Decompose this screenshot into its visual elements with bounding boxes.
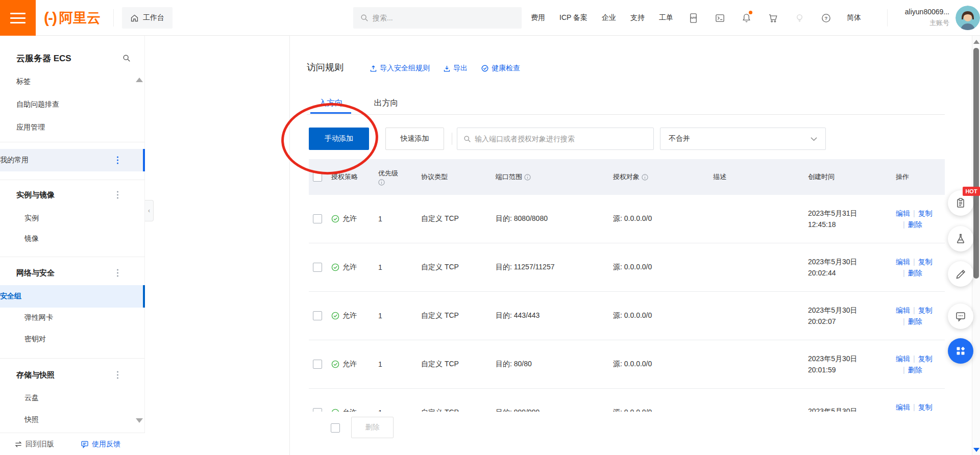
- scrollbar-thumb[interactable]: [973, 48, 979, 279]
- drag-handle-icon[interactable]: [117, 191, 118, 199]
- row-checkbox[interactable]: [313, 408, 322, 412]
- sidebar-item-label: 安全组: [0, 292, 21, 301]
- workbench-label: 工作台: [143, 13, 164, 22]
- edit-link[interactable]: 编辑: [896, 258, 910, 266]
- copy-link[interactable]: 复制: [918, 258, 933, 266]
- health-check-link[interactable]: 健康检查: [481, 64, 520, 73]
- delete-link[interactable]: 删除: [908, 269, 922, 277]
- drag-handle-icon[interactable]: [117, 157, 118, 164]
- account-info[interactable]: aliyun80069... 主账号: [868, 7, 949, 28]
- edit-link[interactable]: 编辑: [896, 403, 910, 411]
- cell-protocol: 自定义 TCP: [421, 408, 459, 412]
- edit-link[interactable]: 编辑: [896, 355, 910, 363]
- sidebar-item-13[interactable]: 快照: [0, 409, 145, 431]
- app-icon[interactable]: APP: [688, 12, 700, 24]
- sidebar-scroll-down-icon[interactable]: [136, 418, 143, 423]
- language-switch[interactable]: 简体: [847, 13, 861, 22]
- row-checkbox[interactable]: [313, 214, 322, 223]
- sidebar-item-9[interactable]: 弹性网卡: [0, 307, 145, 329]
- table-row: 允许 1 自定义 TCP 目的: 80/80 源: 0.0.0.0/0 2023…: [309, 340, 945, 389]
- sidebar-item-label: 镜像: [24, 234, 39, 243]
- copy-link[interactable]: 复制: [918, 209, 933, 217]
- delete-link[interactable]: 删除: [908, 317, 922, 325]
- merge-filter-select[interactable]: 不合并: [660, 128, 826, 150]
- sidebar-item-6[interactable]: 镜像: [0, 228, 145, 250]
- select-all-checkbox[interactable]: [313, 172, 322, 182]
- sidebar-item-5[interactable]: 实例: [0, 207, 145, 230]
- sidebar-item-1[interactable]: 自助问题排查: [0, 93, 145, 116]
- info-icon[interactable]: [378, 179, 385, 186]
- scroll-down-icon[interactable]: [973, 448, 979, 452]
- copy-link[interactable]: 复制: [918, 403, 933, 411]
- help-icon[interactable]: ?: [820, 12, 832, 24]
- cell-protocol: 自定义 TCP: [421, 360, 459, 369]
- drag-handle-icon[interactable]: [117, 371, 118, 379]
- sidebar-item-0[interactable]: 标签: [0, 70, 145, 93]
- drag-handle-icon[interactable]: [117, 269, 118, 277]
- sidebar-item-label: 自助问题排查: [16, 100, 59, 109]
- sidebar-collapse-handle[interactable]: ‹: [145, 200, 154, 221]
- sidebar-item-7[interactable]: 网络与安全: [0, 262, 145, 284]
- quick-add-button[interactable]: 快速添加: [385, 128, 444, 150]
- bell-icon[interactable]: [741, 12, 753, 24]
- bulb-icon[interactable]: [794, 12, 806, 24]
- table-header-row: 授权策略 优先级 协议类型 端口范围 授权对象 描述 创建时间 操作: [309, 159, 945, 195]
- back-to-old-version-link[interactable]: 回到旧版: [14, 440, 54, 449]
- sidebar-item-10[interactable]: 密钥对: [0, 328, 145, 350]
- avatar[interactable]: [955, 6, 980, 30]
- rule-search-input[interactable]: [475, 135, 643, 143]
- sidebar-item-2[interactable]: 应用管理: [0, 116, 145, 139]
- lab-float-button[interactable]: [948, 226, 973, 251]
- chat-float-button[interactable]: [948, 304, 973, 329]
- cell-policy: 允许: [342, 214, 357, 223]
- scroll-up-icon[interactable]: [973, 40, 979, 44]
- sidebar-item-11[interactable]: 存储与快照: [0, 364, 145, 386]
- topbar-nav-4[interactable]: 工单: [659, 13, 673, 22]
- page-scrollbar: [972, 36, 980, 455]
- cell-source: 源: 0.0.0.0/0: [613, 311, 652, 320]
- delete-link[interactable]: 删除: [908, 366, 922, 374]
- sidebar-item-12[interactable]: 云盘: [0, 387, 145, 409]
- sidebar-item-3[interactable]: 我的常用: [0, 149, 145, 171]
- sidebar-scroll-up-icon[interactable]: [136, 78, 143, 82]
- topbar-nav-1[interactable]: ICP 备案: [559, 13, 587, 22]
- delete-link[interactable]: 删除: [908, 220, 922, 229]
- shield-check-icon: [481, 64, 489, 72]
- row-checkbox[interactable]: [313, 360, 322, 369]
- bottom-select-checkbox[interactable]: [331, 423, 340, 433]
- feedback-link[interactable]: 使用反馈: [81, 440, 120, 449]
- info-icon[interactable]: [524, 174, 531, 181]
- workbench-button[interactable]: 工作台: [122, 7, 173, 29]
- edit-float-button[interactable]: [948, 261, 973, 287]
- col-port: 端口范围: [496, 172, 522, 182]
- manual-add-button[interactable]: 手动添加: [309, 128, 369, 150]
- sidebar-search-icon[interactable]: [122, 54, 131, 62]
- sidebar-footer: 回到旧版 使用反馈: [0, 433, 145, 455]
- global-search-input[interactable]: [373, 14, 500, 22]
- hamburger-menu-button[interactable]: [0, 0, 36, 36]
- copy-link[interactable]: 复制: [918, 355, 933, 363]
- import-rules-link[interactable]: 导入安全组规则: [370, 64, 430, 73]
- tab-outbound[interactable]: 出方向: [365, 93, 406, 113]
- edit-link[interactable]: 编辑: [896, 306, 910, 314]
- cell-protocol: 自定义 TCP: [421, 311, 459, 320]
- info-icon[interactable]: [642, 174, 648, 181]
- row-checkbox[interactable]: [313, 263, 322, 272]
- sidebar-item-8[interactable]: 安全组: [0, 285, 145, 308]
- edit-link[interactable]: 编辑: [896, 209, 910, 217]
- topbar-nav-3[interactable]: 支持: [630, 13, 645, 22]
- topbar-nav-0[interactable]: 费用: [531, 13, 545, 22]
- copy-link[interactable]: 复制: [918, 306, 933, 314]
- quick-entry-float-button[interactable]: [948, 338, 973, 364]
- row-checkbox[interactable]: [313, 311, 322, 320]
- sidebar-item-4[interactable]: 实例与镜像: [0, 184, 145, 206]
- aliyun-logo[interactable]: (-) 阿里云: [44, 0, 101, 36]
- export-link[interactable]: 导出: [443, 64, 468, 73]
- bottom-delete-button[interactable]: 删除: [351, 417, 394, 438]
- topbar-nav-2[interactable]: 企业: [602, 13, 616, 22]
- cart-icon[interactable]: [767, 12, 779, 24]
- cell-priority: 1: [378, 409, 382, 412]
- terminal-icon[interactable]: [714, 12, 726, 24]
- tab-inbound[interactable]: 入方向: [310, 93, 351, 113]
- topbar-nav: 费用ICP 备案企业支持工单APP?简体: [531, 0, 861, 36]
